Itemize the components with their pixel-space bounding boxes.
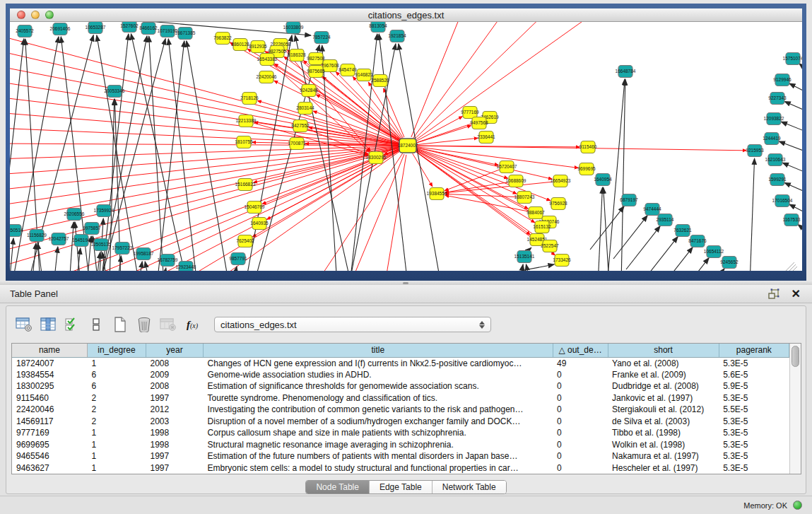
graph-node[interactable]: 2935114: [657, 214, 674, 226]
graph-node[interactable]: 17957223: [112, 243, 133, 255]
scrollbar-thumb[interactable]: [792, 346, 799, 367]
column-header-name[interactable]: name: [12, 344, 87, 357]
graph-node[interactable]: 2522547: [541, 240, 559, 252]
graph-node[interactable]: 1545194: [72, 235, 90, 247]
graph-node[interactable]: 12213389: [236, 115, 257, 127]
graph-node[interactable]: 15751074: [783, 53, 802, 65]
graph-node[interactable]: 20206556: [64, 209, 85, 221]
column-header-out_degree[interactable]: △ out_de…: [553, 344, 608, 357]
graph-node[interactable]: 6879197: [620, 194, 638, 206]
table-row[interactable]: 1938455462009Genome-wide association stu…: [12, 369, 789, 381]
graph-node[interactable]: 12042757: [49, 233, 69, 245]
canvas-resize-grip[interactable]: [786, 262, 797, 271]
graph-node[interactable]: 2588520: [371, 75, 389, 87]
graph-node[interactable]: 1921854: [388, 30, 406, 42]
graph-node[interactable]: 9756928: [549, 198, 567, 210]
graph-node[interactable]: 7857224: [312, 32, 331, 44]
divider-handle[interactable]: [403, 282, 408, 284]
graph-node[interactable]: 8454749: [339, 64, 357, 76]
graph-node[interactable]: 1810755: [235, 136, 253, 148]
close-panel-icon[interactable]: ✕: [792, 288, 801, 300]
graph-node[interactable]: 16648784: [616, 66, 636, 78]
tab-network-table[interactable]: Network Table: [433, 481, 506, 493]
graph-node[interactable]: 18807243: [514, 192, 535, 204]
graph-node[interactable]: 1599291: [768, 174, 787, 186]
tab-edge-table[interactable]: Edge Table: [370, 481, 433, 493]
graph-node[interactable]: 1244419: [763, 133, 781, 145]
graph-node[interactable]: 16671385: [175, 28, 196, 40]
graph-node[interactable]: 12923448: [176, 262, 196, 271]
graph-node[interactable]: 9975857: [83, 223, 101, 235]
graph-node[interactable]: 7963822: [213, 33, 232, 45]
graph-node[interactable]: 2405572: [16, 25, 34, 37]
graph-node[interactable]: 8186328: [288, 49, 306, 62]
graph-node[interactable]: 8912935: [249, 41, 267, 53]
graph-node[interactable]: 1167533: [783, 214, 801, 226]
graph-node[interactable]: 9129946: [773, 74, 792, 86]
graph-node[interactable]: 9497568: [470, 117, 488, 129]
window-titlebar[interactable]: citations_edges.txt: [10, 8, 802, 22]
table-row[interactable]: 1456911722003Disruption of a novel membe…: [12, 416, 789, 428]
delete-table-button[interactable]: [158, 315, 179, 334]
graph-node[interactable]: 8813054: [369, 22, 387, 33]
graph-node[interactable]: 1640954: [594, 174, 612, 186]
network-canvas[interactable]: 2405572206914061065328715276028466162107…: [10, 22, 802, 271]
graph-node[interactable]: 2336441: [477, 132, 495, 144]
graph-node[interactable]: 7632621: [673, 225, 692, 237]
graph-node[interactable]: 8427552: [291, 120, 310, 132]
graph-node[interactable]: 18300295: [366, 152, 387, 164]
select-all-columns-button[interactable]: [61, 315, 83, 334]
graph-node[interactable]: 1640935: [250, 218, 269, 230]
graph-node[interactable]: 16654923: [551, 175, 571, 187]
create-column-button[interactable]: [110, 315, 131, 334]
delete-columns-button[interactable]: [134, 315, 155, 334]
graph-node[interactable]: 16782759: [158, 255, 178, 267]
graph-node[interactable]: 1527602: [120, 22, 139, 33]
graph-node[interactable]: 9245652: [720, 257, 739, 269]
graph-node[interactable]: 7625402: [236, 235, 254, 247]
graph-node[interactable]: 11156829: [27, 230, 47, 242]
column-header-in_degree[interactable]: in_degree: [87, 344, 146, 357]
table-row[interactable]: 977716911998Corpus callosum shape and si…: [12, 427, 789, 439]
graph-node[interactable]: 9146821: [355, 69, 373, 81]
graph-node[interactable]: 1615132: [533, 221, 551, 233]
table-row[interactable]: 946362711997Embryonic stem cells: a mode…: [12, 462, 789, 474]
table-mode-button[interactable]: [13, 315, 35, 334]
float-panel-icon[interactable]: [767, 288, 782, 300]
graph-node[interactable]: 15135141: [514, 251, 535, 263]
table-row[interactable]: 911546021997Tourette syndrome. Phenomeno…: [12, 392, 789, 404]
graph-node[interactable]: 19958187: [134, 248, 154, 260]
column-header-title[interactable]: title: [204, 344, 553, 357]
graph-node[interactable]: 15720407: [497, 161, 517, 173]
graph-node[interactable]: 9474444: [643, 204, 661, 216]
column-header-year[interactable]: year: [146, 344, 203, 357]
graph-node[interactable]: 9227343: [768, 93, 787, 105]
graph-node[interactable]: 10654112: [704, 246, 724, 258]
function-builder-button[interactable]: f(x): [182, 315, 203, 334]
table-row[interactable]: 2242004622012Investigating the contribut…: [12, 404, 789, 416]
table-row[interactable]: 969969511998Structural magnetic resonanc…: [12, 439, 789, 451]
citation-graph[interactable]: 2405572206914061065328715276028466162107…: [10, 22, 802, 271]
table-row[interactable]: 946554611997Estimation of the future num…: [12, 450, 789, 462]
show-columns-button[interactable]: [37, 315, 59, 334]
table-row[interactable]: 1830029562008Estimation of significance …: [12, 380, 789, 392]
graph-node[interactable]: 15046769: [245, 201, 265, 214]
graph-node[interactable]: 9242848: [300, 85, 318, 97]
graph-node[interactable]: 1733426: [553, 255, 571, 267]
graph-node[interactable]: 8350514: [10, 225, 23, 237]
graph-node[interactable]: 9875685: [307, 66, 325, 78]
graph-node[interactable]: 8471676: [688, 235, 707, 247]
graph-node[interactable]: 8466162: [139, 23, 158, 35]
memory-ok-led-icon[interactable]: [793, 501, 802, 510]
graph-nodes[interactable]: 2405572206914061065328715276028466162107…: [10, 22, 802, 271]
column-header-pagerank[interactable]: pagerank: [719, 344, 789, 357]
graph-node[interactable]: 9857791: [229, 253, 247, 265]
tab-node-table[interactable]: Node Table: [306, 481, 370, 493]
graph-node[interactable]: 9215953: [746, 145, 764, 157]
column-header-short[interactable]: short: [608, 344, 719, 357]
graph-node[interactable]: 2718126: [240, 93, 259, 105]
row-options-button[interactable]: [86, 315, 107, 334]
graph-node[interactable]: 2803144: [296, 103, 314, 115]
graph-node[interactable]: 9699695: [577, 163, 596, 175]
table-scrollbar[interactable]: [789, 344, 801, 474]
